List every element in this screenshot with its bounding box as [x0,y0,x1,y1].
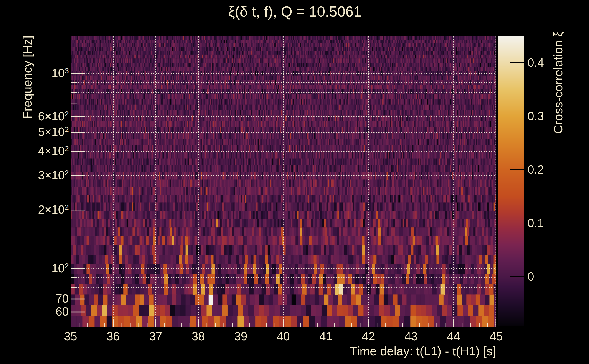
y-tick-label-200: 2×102 [38,203,69,215]
x-tick-label-44: 44 [447,330,460,342]
chart-title: ξ(δ t, f), Q = 10.5061 [228,3,361,20]
colorbar-tick-label-0.1: 0.1 [528,217,544,229]
x-tick-label-41: 41 [319,330,333,342]
x-tick-label-42: 42 [362,330,375,342]
colorbar-tick-label-0.3: 0.3 [528,110,544,122]
x-tick-label-40: 40 [277,330,290,342]
y-tick-label-400: 4×102 [38,145,69,157]
x-tick-label-43: 43 [404,330,418,342]
y-tick-label-500: 5×102 [38,126,69,138]
y-tick-label-300: 3×102 [38,169,69,181]
y-tick-label-600: 6×102 [38,110,69,122]
heatmap-canvas [71,36,496,327]
y-tick-label-70: 70 [56,292,69,304]
x-tick-label-37: 37 [149,330,162,342]
x-tick-label-45: 45 [490,330,503,342]
y-axis-title: Frequency [Hz] [21,35,34,119]
y-tick-label-60: 60 [56,306,69,317]
x-tick-label-38: 38 [192,330,205,342]
colorbar-title: Cross-correlation ξ [552,31,565,134]
x-axis-title: Time delay: t(L1) - t(H1) [s] [350,344,496,358]
y-tick-label-100: 102 [52,262,69,274]
colorbar-tick-label-0.4: 0.4 [528,57,544,68]
figure: ξ(δ t, f), Q = 10.5061 Frequency [Hz] 10… [0,0,589,364]
colorbar-gradient [498,36,524,326]
x-tick-label-39: 39 [234,330,247,342]
x-tick-label-35: 35 [64,330,77,342]
colorbar-tick-label-0: 0 [528,271,534,282]
y-tick-label-1000: 103 [52,67,69,79]
colorbar-tick-label-0.2: 0.2 [528,163,544,176]
x-tick-label-36: 36 [106,330,120,342]
